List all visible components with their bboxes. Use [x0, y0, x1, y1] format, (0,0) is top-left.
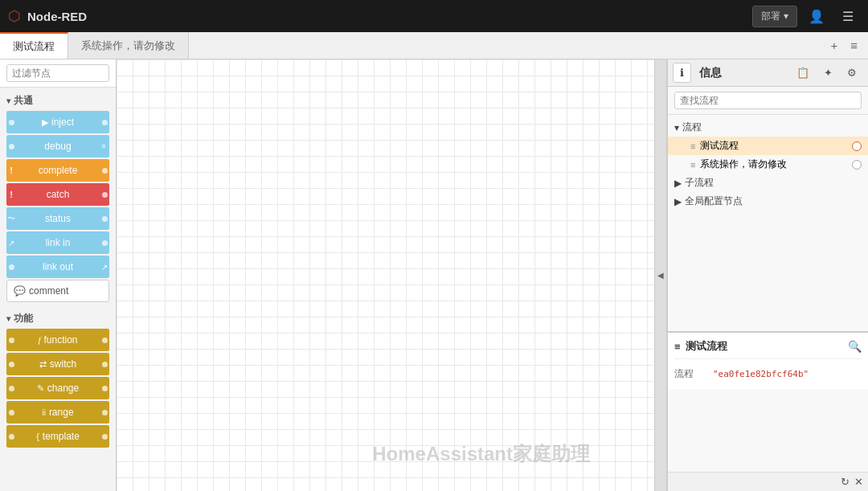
search-input[interactable] — [6, 64, 109, 82]
tab-test-flow[interactable]: 测试流程 — [0, 32, 68, 59]
node-template[interactable]: { template — [6, 425, 109, 448]
node-change-label: change — [47, 383, 79, 394]
add-tab-button[interactable]: + — [826, 37, 841, 54]
node-function-body: f function — [6, 329, 109, 351]
node-status-body: 〜 status — [6, 207, 109, 230]
logo-icon: ⬡ — [8, 7, 21, 25]
node-catch-body: ! catch — [6, 183, 109, 206]
bottom-actions: ↻ ✕ — [668, 472, 868, 491]
node-range-body: ii range — [6, 401, 109, 423]
node-status-left: 〜 — [6, 207, 16, 230]
node-status[interactable]: 〜 status — [6, 207, 109, 230]
node-link-out-left — [6, 256, 16, 278]
menu-button[interactable]: ☰ — [836, 6, 860, 27]
node-link-out[interactable]: link out ↗ — [6, 256, 109, 278]
category-common[interactable]: ▾ 共通 — [0, 91, 116, 109]
node-catch[interactable]: ! catch — [6, 183, 109, 206]
node-link-in-right — [100, 231, 109, 254]
node-range[interactable]: ii range — [6, 401, 109, 423]
node-template-dot-left — [9, 434, 14, 440]
node-switch[interactable]: ⇄ switch — [6, 353, 109, 375]
node-status-dot-right — [102, 216, 108, 222]
node-inject[interactable]: ▶ inject — [6, 111, 109, 133]
tree-item-test-flow[interactable]: ≡ 测试流程 — [668, 137, 868, 155]
switch-icon: ⇄ — [39, 359, 47, 370]
node-debug-body: debug ≡ — [6, 135, 109, 158]
node-function-right — [100, 329, 109, 351]
node-switch-left — [6, 353, 16, 375]
node-debug-left — [6, 135, 16, 158]
tree-section-subflows-label: 子流程 — [685, 176, 714, 190]
refresh-button[interactable]: ↻ — [841, 476, 850, 488]
category-common-arrow: ▾ — [6, 96, 10, 105]
right-tab-context[interactable]: ✦ — [817, 63, 839, 82]
info-search-input[interactable] — [674, 92, 862, 109]
tab-system-flow-label: 系统操作，请勿修改 — [81, 39, 175, 53]
node-complete-left: ! — [6, 159, 16, 182]
tree-item-system-flow[interactable]: ≡ 系统操作，请勿修改 — [668, 155, 868, 174]
node-link-in[interactable]: ↗ link in — [6, 231, 109, 254]
node-change-dot-right — [102, 386, 108, 391]
node-template-body: { template — [6, 425, 109, 448]
details-section: ≡ 测试流程 🔍 流程 "ea0fe1e82bfcf64b" — [668, 332, 868, 389]
search-box — [0, 59, 116, 88]
tree-item-system-flow-radio — [852, 160, 862, 170]
user-button[interactable]: 👤 — [802, 6, 831, 27]
node-inject-label-area: ▶ inject — [16, 111, 100, 133]
node-complete-dot-right — [102, 168, 108, 174]
node-change-right — [100, 377, 109, 399]
tab-system-flow[interactable]: 系统操作，请勿修改 — [68, 32, 189, 59]
node-comment[interactable]: 💬 comment — [6, 280, 109, 302]
collapse-panel-button[interactable]: ◀ — [654, 59, 667, 491]
node-debug-label-area: debug — [16, 135, 100, 158]
node-change-label-area: ✎ change — [16, 377, 100, 399]
tree-section-subflows[interactable]: ▶ 子流程 — [668, 174, 868, 192]
deploy-button[interactable]: 部署 ▾ — [752, 6, 797, 27]
node-link-in-label-area: link in — [16, 231, 100, 254]
node-link-out-label-area: link out — [16, 256, 100, 278]
tab-test-flow-label: 测试流程 — [13, 39, 55, 54]
right-panel-title: 信息 — [693, 66, 788, 80]
tree-section-subflows-arrow: ▶ — [674, 178, 682, 189]
right-tab-settings[interactable]: ⚙ — [841, 63, 863, 82]
node-catch-left: ! — [6, 183, 16, 206]
app-title: Node-RED — [27, 10, 87, 23]
node-change[interactable]: ✎ change — [6, 377, 109, 399]
range-icon: ii — [42, 408, 45, 417]
node-catch-label: catch — [47, 189, 70, 200]
node-complete[interactable]: ! complete — [6, 159, 109, 182]
node-switch-right — [100, 353, 109, 375]
node-inject-left — [6, 111, 16, 133]
tree-section-global-config-label: 全局配置节点 — [685, 194, 743, 208]
deploy-arrow: ▾ — [784, 10, 788, 22]
tree-item-test-flow-icon: ≡ — [690, 141, 695, 151]
category-common-label: 共通 — [14, 94, 33, 108]
details-key-flow: 流程 — [674, 367, 706, 381]
category-function[interactable]: ▾ 功能 — [0, 309, 116, 327]
node-template-left — [6, 425, 16, 448]
menu-icon: ☰ — [842, 10, 854, 23]
close-panel-button[interactable]: ✕ — [854, 476, 863, 488]
tree-section-global-config[interactable]: ▶ 全局配置节点 — [668, 192, 868, 211]
node-debug[interactable]: debug ≡ — [6, 135, 109, 158]
tree-section-flows[interactable]: ▾ 流程 — [668, 118, 868, 137]
node-inject-body: ▶ inject — [6, 111, 109, 133]
node-debug-dot-left — [9, 144, 14, 149]
tree-item-test-flow-radio — [852, 141, 862, 151]
canvas-area[interactable]: HomeAssistant家庭助理 — [117, 59, 654, 491]
details-search-button[interactable]: 🔍 — [848, 340, 862, 353]
node-function[interactable]: f function — [6, 329, 109, 351]
node-link-out-label: link out — [43, 261, 73, 272]
node-link-in-dot-right — [102, 240, 108, 246]
topbar-right: 部署 ▾ 👤 ☰ — [752, 6, 860, 27]
list-tabs-button[interactable]: ≡ — [846, 37, 862, 54]
topbar: ⬡ Node-RED 部署 ▾ 👤 ☰ — [0, 0, 868, 32]
info-section: ▾ 流程 ≡ 测试流程 ≡ 系统操作，请勿修改 ▶ 子流程 — [668, 87, 868, 472]
node-debug-label: debug — [44, 141, 71, 152]
right-tab-info[interactable]: ℹ — [673, 63, 691, 83]
node-function-dot-right — [102, 338, 108, 343]
node-complete-body: ! complete — [6, 159, 109, 182]
tabbar-actions: + ≡ — [826, 32, 868, 59]
node-template-label-area: { template — [16, 425, 100, 448]
right-tab-clipboard[interactable]: 📋 — [790, 63, 816, 82]
